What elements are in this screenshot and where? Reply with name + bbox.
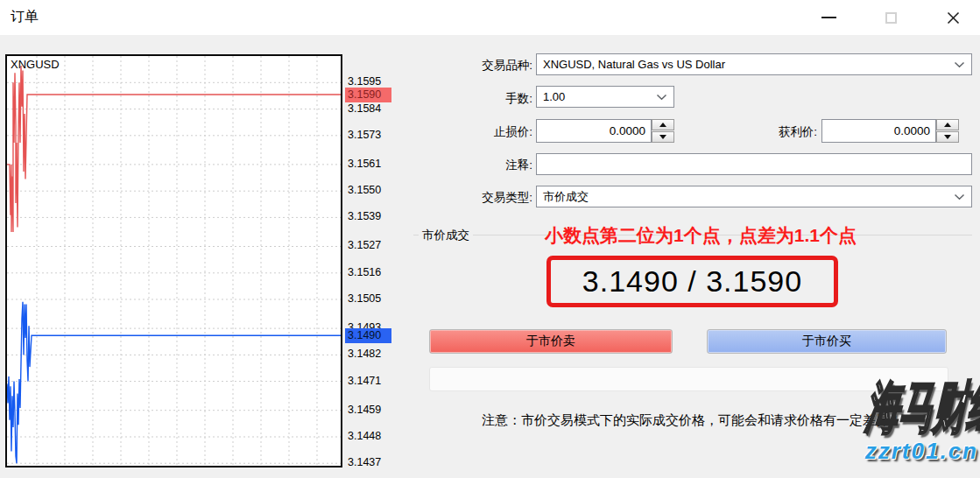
take-profit-stepper [936, 119, 959, 143]
chevron-down-icon [954, 61, 965, 68]
price-tick: 3.1482 [348, 348, 381, 360]
ask-line [7, 66, 341, 232]
price-tick: 3.1561 [348, 158, 381, 170]
volume-value: 1.00 [543, 90, 565, 103]
price-tick: 3.1573 [348, 129, 381, 141]
bid-ask-price: 3.1490 / 3.1590 [582, 264, 802, 299]
arrow-up-icon [944, 123, 951, 127]
stop-loss-input[interactable] [536, 119, 652, 143]
chevron-down-icon [656, 94, 667, 101]
minimize-button[interactable] [807, 0, 850, 35]
close-icon [947, 11, 960, 25]
chevron-down-icon [954, 193, 965, 200]
symbol-label: 交易品种: [412, 58, 532, 74]
tick-chart-canvas [7, 56, 341, 466]
buy-by-market-button[interactable]: 于市价买 [707, 329, 947, 354]
arrow-down-icon [944, 135, 951, 139]
price-tick: 3.1595 [348, 75, 381, 88]
stop-loss-increment-button[interactable] [652, 119, 674, 130]
stop-loss-decrement-button[interactable] [652, 131, 674, 143]
order-type-label: 交易类型: [412, 190, 532, 206]
ask-price-badge: 3.1590 [345, 88, 391, 102]
symbol-select[interactable]: XNGUSD, Natural Gas vs US Dollar [536, 53, 972, 75]
title-bar: 订单 [0, 0, 980, 35]
price-tick: 3.1437 [348, 456, 381, 468]
group-label: 市价成交 [419, 228, 473, 243]
price-tick: 3.1448 [348, 430, 381, 442]
watermark-url: zzrt01.cn [777, 438, 978, 465]
order-status-bar [429, 367, 948, 391]
arrow-up-icon [659, 123, 666, 127]
price-tick: 3.1459 [348, 404, 381, 416]
take-profit-increment-button[interactable] [936, 119, 959, 130]
price-tick: 3.1527 [348, 239, 381, 251]
bid-price-badge: 3.1490 [345, 328, 391, 343]
price-tick: 3.1539 [348, 210, 381, 222]
order-type-select[interactable]: 市价成交 [536, 186, 972, 207]
take-profit-decrement-button[interactable] [936, 131, 959, 143]
price-highlight-frame: 3.1490 / 3.1590 [546, 256, 838, 307]
order-type-value: 市价成交 [543, 189, 589, 205]
comment-input[interactable] [536, 153, 972, 175]
maximize-button [870, 0, 912, 35]
volume-label: 手数: [412, 91, 532, 107]
minimize-icon [821, 17, 836, 18]
stop-loss-stepper [652, 119, 674, 143]
volume-select[interactable]: 1.00 [536, 86, 674, 108]
price-tick: 3.1505 [348, 292, 381, 305]
symbol-value: XNGUSD, Natural Gas vs US Dollar [543, 58, 725, 71]
comment-label: 注释: [412, 158, 532, 173]
sell-by-market-button[interactable]: 于市价卖 [429, 329, 673, 354]
chart-symbol-label: XNGUSD [11, 58, 60, 71]
take-profit-input[interactable] [821, 119, 936, 143]
maximize-icon [885, 12, 897, 24]
price-tick: 3.1471 [348, 375, 381, 387]
take-profit-label: 获利价: [696, 124, 817, 140]
arrow-down-icon [659, 135, 666, 139]
price-tick: 3.1584 [348, 102, 381, 115]
price-tick: 3.1550 [348, 184, 381, 196]
close-button[interactable] [932, 0, 974, 35]
stop-loss-label: 止损价: [412, 124, 532, 140]
spread-annotation: 小数点第二位为1个点，点差为1.1个点 [504, 223, 898, 248]
price-scale: 3.15953.15843.15733.15613.15503.15393.15… [345, 54, 396, 469]
window-title: 订单 [11, 8, 39, 26]
tick-chart: XNGUSD [5, 54, 342, 467]
execution-note: 注意：市价交易模式下的实际成交价格，可能会和请求价格有一定差异！ [407, 412, 976, 429]
bid-line [7, 302, 341, 463]
order-dialog-body: XNGUSD 3.15953.15843.15733.15613.15503.1… [0, 35, 980, 478]
price-tick: 3.1516 [348, 266, 381, 278]
